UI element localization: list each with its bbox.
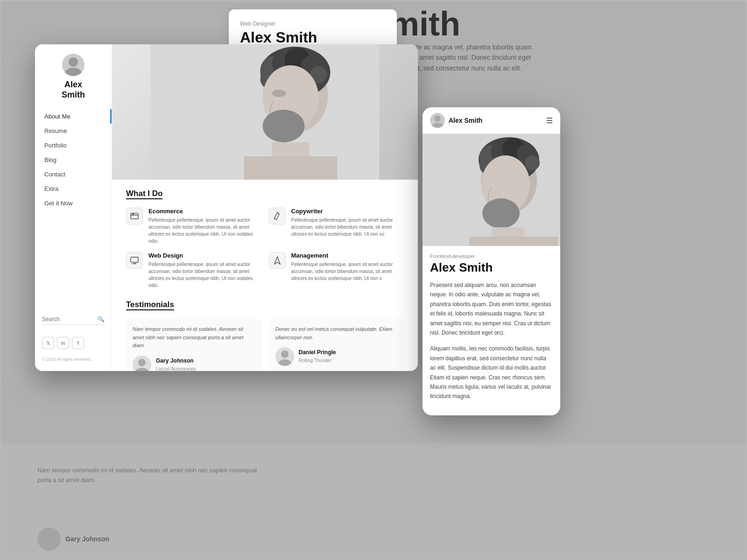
mobile-hero-image [423,134,560,246]
management-title: Management [291,252,404,259]
sidebar-user-name: Alex Smith [35,80,112,100]
nav-resume[interactable]: Resume [35,124,112,138]
profile-name: Alex Smith [240,29,386,46]
mobile-bio-1: Praesent sed aliquam arcu, non accumsan … [430,280,553,337]
svg-point-12 [263,110,305,142]
nav-get-it-now[interactable]: Get it Now [35,196,112,210]
what-i-do-title: What I Do [126,189,162,199]
bg-bottom-text: Nam tempor commodo mi id sodales. Aenean… [37,466,271,485]
svg-point-41 [482,198,520,228]
mobile-header-name: Alex Smith [449,117,482,124]
svg-rect-14 [244,156,338,180]
testimonials-section: Testimonials Nam tempor commodo mi id so… [126,300,404,371]
svg-point-0 [69,57,78,67]
management-icon [269,252,286,269]
author-2-company: Rolling Thunder [299,358,331,363]
testimonials-title: Testimonials [126,300,174,310]
desktop-card: Alex Smith About Me Resume Portfolio Blo… [35,44,418,371]
linkedin-button[interactable]: in [57,337,69,349]
main-content[interactable]: What I Do Ecommerce Pellentesque pellent… [112,44,418,371]
svg-line-20 [274,218,275,219]
mobile-name: Alex Smith [430,260,553,275]
testimonial-2-author: Daniel Pringle Rolling Thunder [275,347,398,366]
ecommerce-icon [126,208,143,224]
webdesign-icon [126,252,143,269]
webdesign-title: Web Design [148,252,261,259]
nav-blog[interactable]: Blog [35,153,112,167]
svg-point-25 [138,359,146,366]
svg-point-30 [432,123,443,128]
facebook-button[interactable]: f [72,337,84,349]
mobile-bio-2: Aliquam mollis, leo nec commodo facilisi… [430,344,553,401]
mobile-content[interactable]: Frontend-developer Alex Smith Praesent s… [423,246,560,415]
sidebar-socials: 𝕏 in f [35,333,112,353]
author-avatar-2 [275,347,294,366]
ecommerce-title: Ecommerce [148,208,261,215]
nav-portfolio[interactable]: Portfolio [35,138,112,153]
svg-rect-43 [469,237,558,246]
sidebar-avatar [62,54,85,76]
svg-rect-16 [131,213,138,219]
service-webdesign: Web Design Pellentesque pellentesque, ip… [126,252,261,289]
copywriter-icon [269,208,286,224]
author-1-company: Locust Accessories [156,366,196,371]
svg-rect-18 [132,214,134,215]
mobile-avatar [430,113,445,128]
mobile-role: Frontend-developer [430,253,553,259]
service-ecommerce: Ecommerce Pellentesque pellentesque, ips… [126,208,261,245]
testimonial-1-author: Gary Johnson Locust Accessories [133,356,255,371]
svg-point-26 [135,368,148,371]
mobile-card: Alex Smith ☰ Frontend-developer Alex Smi… [423,107,560,415]
nav-extra[interactable]: Extra [35,182,112,196]
nav-contact[interactable]: Contact [35,167,112,182]
testimonials-grid: Nam tempor commodo mi id sodales. Aenean… [126,319,404,371]
testimonial-2: Donec eu est vel metus consequat vulputa… [269,319,404,371]
copywriter-title: Copywriter [291,208,404,215]
author-avatar-1 [133,356,151,371]
search-input[interactable] [42,316,96,322]
svg-rect-21 [131,257,138,262]
bg-person-name-1: Gary Johnson [65,535,109,543]
mobile-header: Alex Smith ☰ [423,107,560,134]
svg-point-15 [272,90,286,97]
author-1-name: Gary Johnson [156,357,196,364]
ecommerce-desc: Pellentesque pellentesque, ipsum sit ame… [148,217,261,245]
bg-avatar-1 [37,527,61,551]
mobile-menu-icon[interactable]: ☰ [546,116,553,125]
management-desc: Pellentesque pellentesque, ipsum sit ame… [291,261,404,282]
svg-point-29 [434,115,441,122]
testimonial-1: Nam tempor commodo mi id sodales. Aenean… [126,319,261,371]
profile-role: Web Designer [240,21,386,27]
search-icon: 🔍 [98,316,105,322]
sidebar-nav: About Me Resume Portfolio Blog Contact E… [35,109,112,311]
nav-about-me[interactable]: About Me [35,109,112,124]
hero-image [112,44,418,180]
svg-marker-24 [275,257,280,264]
service-copywriter: Copywriter Pellentesque pellentesque, ip… [269,208,404,245]
sidebar-footer: © 2023 All rights reserved. [35,353,112,366]
sidebar-search-container: 🔍 [42,316,105,325]
svg-point-1 [65,68,82,76]
svg-point-38 [525,155,540,170]
service-management: Management Pellentesque pellentesque, ip… [269,252,404,289]
svg-point-27 [281,350,289,358]
webdesign-desc: Pellentesque pellentesque, ipsum sit ame… [148,261,261,289]
content-body: What I Do Ecommerce Pellentesque pellent… [112,180,418,371]
services-grid: Ecommerce Pellentesque pellentesque, ips… [126,208,404,289]
bg-bottom-section [0,443,747,560]
copywriter-desc: Pellentesque pellentesque, ipsum sit ame… [291,217,404,238]
twitter-button[interactable]: 𝕏 [42,337,54,349]
author-2-name: Daniel Pringle [299,349,336,356]
testimonial-1-quote: Nam tempor commodo mi id sodales. Aenean… [133,325,255,350]
sidebar: Alex Smith About Me Resume Portfolio Blo… [35,44,112,371]
svg-point-28 [278,359,291,366]
testimonial-2-quote: Donec eu est vel metus consequat vulputa… [275,325,398,342]
bg-bottom-person-1: Gary Johnson [37,527,109,551]
